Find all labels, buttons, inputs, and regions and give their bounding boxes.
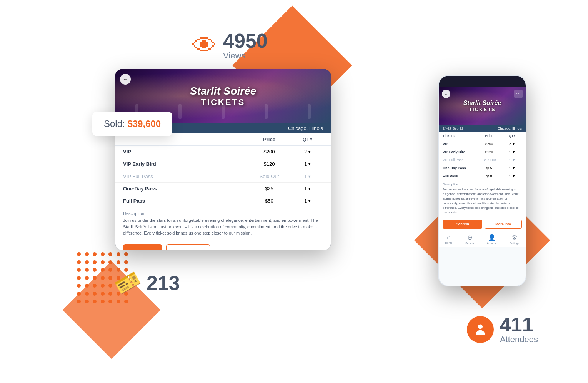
phone-ticket-name: VIP xyxy=(443,142,476,146)
phone-content: Tickets Price QTY VIP $200 2 ▼ VIP Early… xyxy=(439,132,526,231)
tablet-qty-header: QTY xyxy=(292,137,323,142)
tablet-buttons: Confirm More Info xyxy=(115,240,331,250)
nav-settings[interactable]: ⚙ Settings xyxy=(510,234,519,245)
views-number: 4950 xyxy=(223,31,268,51)
tickets-number: 213 xyxy=(147,271,180,295)
attendees-label: Attendees xyxy=(500,335,538,345)
tablet-event-title-line2: TICKETS xyxy=(190,97,257,107)
phone-back-button[interactable]: ← xyxy=(442,90,450,98)
phone-event-title-line1: Starlit Soirée xyxy=(463,100,501,107)
phone-ticket-name: One-Day Pass xyxy=(443,166,476,170)
ticket-name: One-Day Pass xyxy=(123,186,246,192)
phone-tickets-col: Tickets xyxy=(443,134,476,138)
ticket-name: VIP Full Pass xyxy=(123,173,246,179)
sold-card: Sold: $39,600 xyxy=(92,112,172,136)
eye-icon: 👁 xyxy=(192,32,217,60)
ticket-name: Full Pass xyxy=(123,198,246,204)
tablet-event-title-line1: Starlit Soirée xyxy=(190,85,257,97)
attendees-stat: 411 Attendees xyxy=(467,315,538,345)
search-icon: ⊕ xyxy=(467,234,472,241)
phone-desc-text: Join us under the stars for an unforgett… xyxy=(443,187,522,215)
home-icon: ⌂ xyxy=(447,234,451,241)
phone-ticket-name: Full Pass xyxy=(443,174,476,178)
tablet-price-header: Price xyxy=(246,137,292,142)
ticket-icon: 🎫 xyxy=(111,266,145,299)
phone-event-title-line2: TICKETS xyxy=(463,107,501,112)
nav-settings-label: Settings xyxy=(510,242,519,245)
nav-search-label: Search xyxy=(465,242,474,245)
nav-search[interactable]: ⊕ Search xyxy=(465,234,474,245)
phone-more-info-button[interactable]: More Info xyxy=(485,220,522,229)
tablet-description: Description Join us under the stars for … xyxy=(115,207,331,240)
nav-account-label: Account xyxy=(487,242,496,245)
tablet-back-button[interactable]: ← xyxy=(120,74,131,85)
nav-home[interactable]: ⌂ Home xyxy=(445,234,453,245)
table-row: VIP Full Pass Sold Out 1 ▼ xyxy=(115,170,331,183)
sold-amount: $39,600 xyxy=(127,118,161,129)
phone-device: ← ⋯ Starlit Soirée TICKETS 24-27 Sep 22 … xyxy=(438,75,526,286)
list-item: One-Day Pass $25 1 ▼ xyxy=(439,164,526,172)
phone-desc-label: Description xyxy=(443,183,522,186)
confirm-button[interactable]: Confirm xyxy=(123,244,162,250)
phone-ticket-name: VIP Full Pass xyxy=(443,158,476,162)
phone-ticket-name: VIP Early Bird xyxy=(443,150,476,154)
person-icon xyxy=(467,316,494,343)
tickets-stat: 🎫 213 xyxy=(115,271,180,295)
phone-price-col: Price xyxy=(476,134,503,138)
phone-notch-area xyxy=(439,76,526,87)
phone-notch xyxy=(469,76,496,82)
nav-account[interactable]: 👤 Account xyxy=(487,234,496,245)
description-text: Join us under the stars for an unforgett… xyxy=(123,217,323,236)
phone-header-image: ← ⋯ Starlit Soirée TICKETS xyxy=(439,87,526,125)
table-row: One-Day Pass $25 1 ▼ xyxy=(115,183,331,195)
table-row: VIP $200 2 ▼ xyxy=(115,146,331,158)
tablet-location: Chicago, Illinois xyxy=(288,125,323,131)
nav-home-label: Home xyxy=(445,241,453,244)
more-info-button[interactable]: More Info xyxy=(166,244,210,250)
phone-table-header: Tickets Price QTY xyxy=(439,132,526,140)
phone-location: Chicago, Illinois xyxy=(498,127,522,130)
list-item: VIP Early Bird $120 1 ▼ xyxy=(439,148,526,156)
menu-dots-icon: ⋯ xyxy=(516,91,521,97)
table-row: Full Pass $50 1 ▼ xyxy=(115,195,331,207)
table-row: VIP Early Bird $120 1 ▼ xyxy=(115,158,331,170)
svg-point-0 xyxy=(478,325,483,329)
attendees-number: 411 xyxy=(500,315,538,335)
phone-menu-button[interactable]: ⋯ xyxy=(514,90,523,98)
list-item: VIP Full Pass Sold Out 1 ▼ xyxy=(439,156,526,164)
phone-description: Description Join us under the stars for … xyxy=(439,180,526,217)
phone-buttons: Confirm More Info xyxy=(439,217,526,231)
list-item: VIP $200 2 ▼ xyxy=(439,140,526,148)
ticket-name: VIP xyxy=(123,149,246,155)
views-stat: 👁 4950 Views xyxy=(192,31,268,61)
list-item: Full Pass $50 1 ▼ xyxy=(439,172,526,180)
description-label: Description xyxy=(123,211,323,216)
tablet-device: ← Starlit Soirée TICKETS Chicago, Illino… xyxy=(115,69,331,250)
ticket-name: VIP Early Bird xyxy=(123,161,246,167)
phone-confirm-button[interactable]: Confirm xyxy=(443,220,482,229)
account-icon: 👤 xyxy=(488,234,496,241)
phone-date: 24-27 Sep 22 xyxy=(443,127,463,130)
phone-date-bar: 24-27 Sep 22 Chicago, Illinois xyxy=(439,125,526,132)
settings-icon: ⚙ xyxy=(512,234,517,241)
tablet-content: Chicago, Illinois Price QTY VIP $200 2 ▼… xyxy=(115,123,331,250)
views-label: Views xyxy=(223,51,268,61)
phone-navbar: ⌂ Home ⊕ Search 👤 Account ⚙ Settings xyxy=(439,231,526,247)
phone-qty-col: QTY xyxy=(503,134,522,138)
sold-label: Sold: $39,600 xyxy=(104,118,161,129)
